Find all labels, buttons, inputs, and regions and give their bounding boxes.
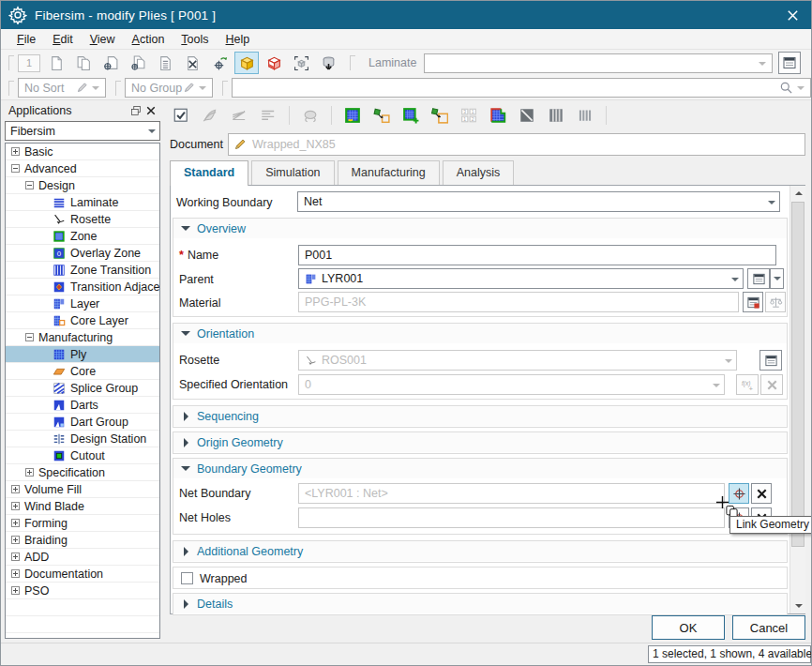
page-delete-icon[interactable] [180,52,204,74]
window-close-icon[interactable] [774,1,811,29]
tree-item-core-layer[interactable]: Core Layer [6,312,159,329]
scroll-down-icon[interactable] [790,598,806,613]
document-field[interactable]: Wrapped_NX85 [228,133,805,156]
menu-view[interactable]: View [82,31,124,48]
tree-item-advanced[interactable]: Advanced [6,160,159,177]
net-holes-field[interactable] [298,507,725,528]
tree-expander-icon[interactable] [11,147,20,156]
tree-item-manufacturing[interactable]: Manufacturing [6,329,159,346]
tree-item-dart-group[interactable]: Dart Group [6,414,159,431]
tree-item-zone[interactable]: Zone [6,228,159,245]
origin-geometry-header[interactable]: Origin Geometry [173,432,787,452]
chevron-down-icon[interactable] [148,129,156,137]
grid-corner-icon[interactable] [487,103,509,128]
grid-plus-icon[interactable] [399,103,422,128]
net-boundary-link-button[interactable] [729,483,749,504]
tree-item-zone-transition[interactable]: Zone Transition [6,262,159,279]
tree-item-laminate[interactable]: Laminate [6,194,159,211]
working-boundary-combobox[interactable]: Net [297,191,780,212]
tree-item-forming[interactable]: Forming [6,515,159,532]
chevron-down-icon[interactable] [199,86,206,94]
copy-pages-icon[interactable] [71,52,96,74]
menu-action[interactable]: Action [124,31,173,48]
parent-table-button[interactable] [747,268,770,289]
wrapped-checkbox[interactable] [181,572,193,584]
new-page-icon[interactable] [44,52,68,74]
chevron-down-icon[interactable] [797,86,804,94]
boundary-geometry-header[interactable]: Boundary Geometry [173,459,787,478]
ok-button[interactable]: OK [652,615,725,640]
toolbar-grip[interactable] [222,81,228,96]
tree-item-volume-fill[interactable]: Volume Fill [6,481,159,498]
tree-item-design-station[interactable]: Design Station [6,431,159,447]
tree-item-layer[interactable]: Layer [6,295,159,312]
chevron-down-icon[interactable] [731,278,739,285]
grid-frame-icon[interactable] [341,103,364,128]
tree-item-transition-adjacent[interactable]: Transition Adjacent [6,279,159,295]
parent-table-dropdown[interactable] [770,268,784,289]
tree-item-core[interactable]: Core [6,363,159,380]
tree-item-wind-blade[interactable]: Wind Blade [6,498,159,515]
scroll-up-icon[interactable] [790,186,806,201]
tab-manufacturing[interactable]: Manufacturing [338,160,440,185]
material-table-button[interactable] [743,292,763,312]
red-cube-icon[interactable] [262,52,286,74]
tree-item-darts[interactable]: Darts [6,397,159,414]
tree-item-design[interactable]: Design [6,177,159,194]
tree-expander-icon[interactable] [11,586,20,595]
checkbox-check-icon[interactable] [170,103,192,128]
striped-square-icon[interactable] [545,103,567,128]
overview-header[interactable]: Overview [173,219,787,238]
application-selector[interactable]: Fibersim [5,121,160,141]
tree-expander-icon[interactable] [11,552,20,561]
menu-file[interactable]: File [8,31,44,48]
solid-cube-icon[interactable] [234,52,259,74]
panel-float-icon[interactable] [128,103,143,117]
additional-geometry-header[interactable]: Additional Geometry [173,541,787,561]
vertical-bars-icon[interactable] [574,103,596,128]
toolbar-grip[interactable] [350,55,355,70]
tree-expander-icon[interactable] [25,181,34,189]
tree-expander-icon[interactable] [11,485,20,493]
toolbar-grip[interactable] [8,81,14,96]
tree-item-add[interactable]: ADD [6,549,159,566]
flatten-small-icon[interactable] [370,103,393,128]
tree-expander-icon[interactable] [25,333,34,341]
tree-item-rosette[interactable]: Rosette [6,211,159,228]
cube-brackets-icon[interactable] [289,52,313,74]
tree-item-braiding[interactable]: Braiding [6,532,159,549]
sort-combobox[interactable]: No Sort [18,78,106,98]
name-field[interactable]: P001 [298,245,776,265]
chevron-down-icon[interactable] [768,201,775,208]
tree-item-specification[interactable]: Specification [6,464,159,481]
toolbar-grip[interactable] [8,55,14,70]
tree-expander-icon[interactable] [11,502,20,510]
tab-analysis[interactable]: Analysis [443,160,515,185]
chevron-down-icon[interactable] [92,86,99,94]
cancel-button[interactable]: Cancel [732,615,805,640]
sequencing-header[interactable]: Sequencing [173,406,787,426]
form-scrollbar[interactable] [789,186,805,613]
page-lines-icon[interactable] [153,52,177,74]
diagonal-square-icon[interactable] [516,103,538,128]
tree-expander-icon[interactable] [25,468,34,477]
group-combobox[interactable]: No Group [125,78,213,98]
tree-item-basic[interactable]: Basic [6,144,159,160]
tree-item-cutout[interactable]: Cutout [6,447,159,464]
cylinder-export-icon[interactable] [316,52,340,74]
net-boundary-clear-button[interactable] [751,483,772,504]
menu-help[interactable]: Help [218,31,259,48]
tree-item-splice-group[interactable]: Splice Group [6,380,159,397]
tree-item-overlay-zone[interactable]: 0Overlay Zone [6,245,159,262]
tree-expander-icon[interactable] [11,519,20,527]
menu-edit[interactable]: Edit [44,31,82,48]
chevron-down-icon[interactable] [759,62,766,69]
tab-simulation[interactable]: Simulation [251,160,334,185]
panel-close-icon[interactable] [143,103,158,117]
orientation-header[interactable]: Orientation [173,324,787,343]
parent-combobox[interactable]: LYR001 [298,268,744,289]
tree-item-documentation[interactable]: Documentation [6,566,159,583]
rosette-table-button[interactable] [759,350,782,371]
pages-crosshair-icon[interactable] [126,52,150,74]
search-input[interactable] [232,78,811,98]
